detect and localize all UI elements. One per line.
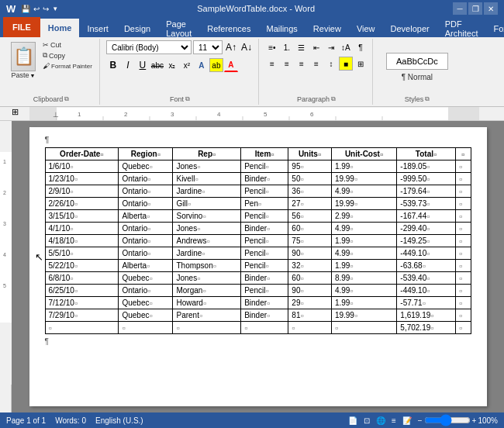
shrink-font-button[interactable]: A↓ <box>240 40 254 54</box>
font-expand-icon[interactable]: ⧉ <box>185 95 190 103</box>
tab-developer[interactable]: Developer <box>383 20 437 37</box>
cell-6-5[interactable]: 1.99¤ <box>331 235 396 247</box>
cell-9-1[interactable]: Quebec¤ <box>119 272 173 285</box>
cell-12-1[interactable]: Quebec¤ <box>119 309 173 322</box>
normal-style-box[interactable]: AaBbCcDc <box>386 53 448 70</box>
customize-qat-button[interactable]: ▼ <box>51 5 59 13</box>
borders-button[interactable]: ⊞ <box>354 57 368 71</box>
cell-5-6[interactable]: -299.40¤ <box>397 223 456 235</box>
tab-file[interactable]: FILE <box>3 17 40 37</box>
cell-3-0[interactable]: 2/26/10¤ <box>45 198 119 210</box>
cell-5-2[interactable]: Jones¤ <box>173 223 241 235</box>
tab-references[interactable]: References <box>199 20 258 37</box>
ruler-corner[interactable]: ⊞ <box>12 107 23 120</box>
cell-4-1[interactable]: Alberta¤ <box>119 210 173 223</box>
align-right-button[interactable]: ≡ <box>295 57 309 71</box>
subscript-button[interactable]: x₂ <box>165 58 179 72</box>
cell-7-1[interactable]: Ontario¤ <box>119 247 173 260</box>
cell-2-0[interactable]: 2/9/10¤ <box>45 185 119 198</box>
view-web-button[interactable]: 🌐 <box>376 416 385 425</box>
cell-11-5[interactable]: 1.99¤ <box>331 297 396 309</box>
cell-5-4[interactable]: 60¤ <box>288 223 332 235</box>
cell-8-4[interactable]: 32¤ <box>288 260 332 272</box>
cell-12-0[interactable]: 7/29/10¤ <box>45 309 119 322</box>
cell-9-2[interactable]: Jones¤ <box>173 272 241 285</box>
cell-2-5[interactable]: 4.99¤ <box>331 185 396 198</box>
cell-3-3[interactable]: Pen¤ <box>241 198 288 210</box>
cell-2-2[interactable]: Jardine¤ <box>173 185 241 198</box>
font-color-button[interactable]: A <box>224 58 238 72</box>
cell-12-6[interactable]: 1,619.19¤ <box>397 309 456 322</box>
cell-0-1[interactable]: Quebec¤ <box>119 160 173 173</box>
cell-3-6[interactable]: -539.73¤ <box>397 198 456 210</box>
cell-2-1[interactable]: Ontario¤ <box>119 185 173 198</box>
justify-button[interactable]: ≡ <box>309 57 323 71</box>
cell-10-5[interactable]: 4.99¤ <box>331 285 396 297</box>
sort-button[interactable]: ↕A <box>339 40 353 54</box>
cell-5-0[interactable]: 4/1/10¤ <box>45 223 119 235</box>
cell-2-3[interactable]: Pencil¤ <box>241 185 288 198</box>
restore-button[interactable]: ❐ <box>468 2 482 15</box>
cell-8-5[interactable]: 1.99¤ <box>331 260 396 272</box>
cell-7-6[interactable]: -449.10¤ <box>397 247 456 260</box>
bullets-button[interactable]: ≡• <box>265 40 279 54</box>
cell-10-4[interactable]: 90¤ <box>288 285 332 297</box>
cell-6-3[interactable]: Pencil¤ <box>241 235 288 247</box>
cell-5-3[interactable]: Binder¤ <box>241 223 288 235</box>
line-spacing-button[interactable]: ↕ <box>324 57 338 71</box>
cell-1-0[interactable]: 1/23/10¤ <box>45 173 119 185</box>
copy-button[interactable]: ⧉Copy <box>40 50 95 60</box>
cell-1-3[interactable]: Binder¤ <box>241 173 288 185</box>
cell-5-1[interactable]: Ontario¤ <box>119 223 173 235</box>
highlight-button[interactable]: ab <box>209 58 223 72</box>
cell-0-5[interactable]: 1.99¤ <box>331 160 396 173</box>
strikethrough-button[interactable]: abc <box>150 58 164 72</box>
paragraph-expand-icon[interactable]: ⧉ <box>331 95 336 103</box>
cell-11-6[interactable]: -57.71¤ <box>397 297 456 309</box>
redo-qat-button[interactable]: ↪ <box>42 4 50 14</box>
cell-9-6[interactable]: -539.40¤ <box>397 272 456 285</box>
cell-10-2[interactable]: Morgan¤ <box>173 285 241 297</box>
view-full-button[interactable]: ⊡ <box>364 416 370 425</box>
numbering-button[interactable]: 1. <box>280 40 294 54</box>
tab-view[interactable]: View <box>349 20 383 37</box>
tab-home[interactable]: Home <box>40 19 80 37</box>
grow-font-button[interactable]: A↑ <box>224 40 238 54</box>
cell-6-0[interactable]: 4/18/10¤ <box>45 235 119 247</box>
cell-9-0[interactable]: 6/8/10¤ <box>45 272 119 285</box>
cell-11-3[interactable]: Binder¤ <box>241 297 288 309</box>
tab-design[interactable]: Design <box>116 20 158 37</box>
superscript-button[interactable]: x² <box>180 58 194 72</box>
cell-8-3[interactable]: Pencil¤ <box>241 260 288 272</box>
cell-11-1[interactable]: Quebec¤ <box>119 297 173 309</box>
minimize-button[interactable]: ─ <box>453 2 467 15</box>
cell-0-0[interactable]: 1/6/10¤ <box>45 160 119 173</box>
cell-11-0[interactable]: 7/12/10¤ <box>45 297 119 309</box>
align-left-button[interactable]: ≡ <box>265 57 279 71</box>
paste-button[interactable]: 📋 Paste ▼ <box>8 40 39 81</box>
zoom-in-button[interactable]: + <box>472 416 477 425</box>
multilevel-list-button[interactable]: ☰ <box>295 40 309 54</box>
cell-8-6[interactable]: -63.68¤ <box>397 260 456 272</box>
cell-10-1[interactable]: Ontario¤ <box>119 285 173 297</box>
cell-8-2[interactable]: Thompson¤ <box>173 260 241 272</box>
cell-7-2[interactable]: Jardine¤ <box>173 247 241 260</box>
cell-11-2[interactable]: Howard¤ <box>173 297 241 309</box>
cell-4-2[interactable]: Sorvino¤ <box>173 210 241 223</box>
format-painter-button[interactable]: 🖌Format Painter <box>40 61 95 71</box>
clipboard-expand-icon[interactable]: ⧉ <box>64 95 69 103</box>
cell-10-3[interactable]: Pencil¤ <box>241 285 288 297</box>
undo-qat-button[interactable]: ↩ <box>33 4 40 14</box>
cell-5-5[interactable]: 4.99¤ <box>331 223 396 235</box>
cell-6-1[interactable]: Ontario¤ <box>119 235 173 247</box>
text-effects-button[interactable]: A <box>195 58 209 72</box>
decrease-indent-button[interactable]: ⇤ <box>309 40 323 54</box>
cell-7-5[interactable]: 4.99¤ <box>331 247 396 260</box>
close-button[interactable]: ✕ <box>484 2 498 15</box>
view-print-button[interactable]: 📄 <box>348 416 357 425</box>
cell-4-3[interactable]: Pencil¤ <box>241 210 288 223</box>
cell-12-2[interactable]: Parent¤ <box>173 309 241 322</box>
cell-1-6[interactable]: -999.50¤ <box>397 173 456 185</box>
cell-4-0[interactable]: 3/15/10¤ <box>45 210 119 223</box>
paste-dropdown-arrow[interactable]: ▼ <box>30 73 36 78</box>
